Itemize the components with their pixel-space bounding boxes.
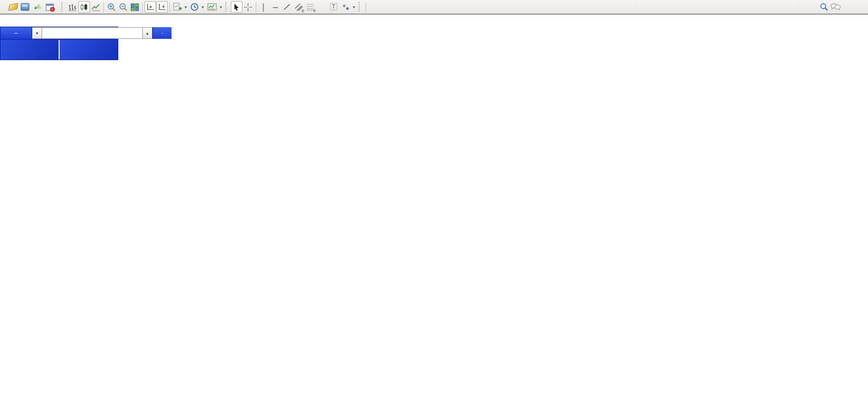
indicators-caret[interactable]: ▼ [184,5,188,9]
toolbar-grip [61,2,65,12]
crosshair-icon [244,3,252,11]
bar-chart-icon [68,3,77,11]
toolbar-separator [366,2,366,12]
templates-caret[interactable]: ▼ [219,5,223,9]
trendline-button[interactable] [281,1,293,13]
toolbar: ▼ ▼ ▼ │ ─ E F T ▼ [0,0,868,14]
vertical-line-button[interactable]: │ [258,1,270,13]
macd-label [2,240,4,246]
sell-price-box[interactable] [1,40,60,60]
volume-decrease-button[interactable]: ▼ [32,27,42,39]
vertical-line-icon: │ [262,3,266,11]
buy-button[interactable] [152,27,172,39]
chart-shift-button[interactable] [156,1,168,13]
chart-shift-icon [158,3,167,11]
volume-input[interactable] [42,27,143,39]
toolbar-separator [142,2,143,12]
profiles-button[interactable] [19,1,31,13]
signals-icon [33,3,41,11]
svg-text:T: T [332,4,335,10]
buy-button-label [162,32,163,34]
toolbar-separator [256,2,256,12]
cursor-icon [233,3,240,11]
autotrading-icon [46,4,54,11]
profiles-icon [21,3,29,11]
periods-icon [190,3,199,11]
sell-button-label [14,32,18,34]
cursor-button[interactable] [231,1,242,13]
autotrading-button[interactable] [43,1,60,13]
candlestick-chart-icon [80,3,88,11]
rsi-label [2,321,4,328]
fibonacci-button[interactable]: F [305,1,317,13]
arrows-icon [342,3,350,11]
arrows-button[interactable] [340,1,352,13]
chart-canvas[interactable] [0,0,868,413]
mt4-window: ▼ ▼ ▼ │ ─ E F T ▼ [0,0,868,413]
crosshair-button[interactable] [242,1,254,13]
templates-button[interactable] [206,1,218,13]
toolbar-grip [359,2,362,12]
bar-chart-button[interactable] [67,1,78,13]
chart-title [4,16,10,23]
channel-sub-label: E [302,9,304,13]
search-icon [820,3,829,11]
auto-scroll-button[interactable] [144,1,156,13]
volume-increase-button[interactable]: ▲ [143,27,152,39]
chat-button[interactable] [830,1,841,13]
templates-icon [207,3,217,11]
tile-windows-icon [131,3,139,11]
sell-button[interactable] [1,27,32,39]
buy-price-box[interactable] [60,40,118,60]
text-label-button[interactable]: T [328,1,340,13]
zoom-in-icon [107,3,116,11]
new-chart-button[interactable] [7,1,19,13]
line-chart-icon [92,3,100,11]
arrows-caret[interactable]: ▼ [352,5,356,9]
indicators-icon [173,3,182,11]
one-click-trading-panel: ▼ ▲ [0,27,118,60]
auto-scroll-icon [146,3,155,11]
new-order-button[interactable] [0,1,7,13]
trendline-icon [283,3,291,11]
horizontal-line-button[interactable]: ─ [270,1,281,13]
search-button[interactable] [818,1,830,13]
indicators-button[interactable] [172,1,183,13]
text-button[interactable] [317,1,328,13]
new-chart-icon [9,3,18,11]
toolbar-separator [103,2,104,12]
fibonacci-sub-label: F [314,9,316,13]
zoom-in-button[interactable] [106,1,117,13]
channel-button[interactable]: E [293,1,305,13]
periods-caret[interactable]: ▼ [201,5,205,9]
tile-windows-button[interactable] [129,1,141,13]
zoom-out-button[interactable] [117,1,129,13]
toolbar-grip [225,2,229,12]
chat-icon [830,3,841,11]
text-label-icon: T [329,3,338,11]
periods-button[interactable] [189,1,200,13]
horizontal-line-icon: ─ [273,3,278,11]
signals-button[interactable] [31,1,43,13]
candlestick-chart-button[interactable] [78,1,90,13]
toolbar-separator [169,2,170,12]
line-chart-button[interactable] [90,1,102,13]
zoom-out-icon [119,3,128,11]
